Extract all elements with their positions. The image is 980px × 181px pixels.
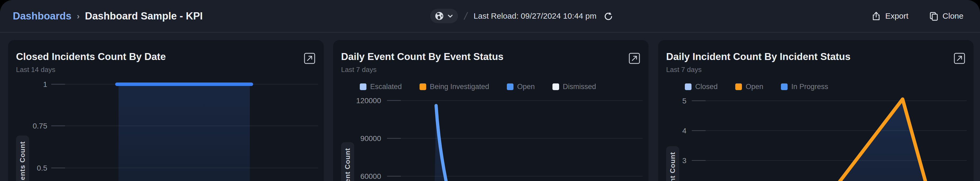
clone-button[interactable]: Clone (929, 11, 964, 21)
clone-icon (929, 11, 939, 21)
export-label: Export (885, 11, 908, 21)
y-axis-label: Closed Incidents Count (16, 135, 29, 181)
panel-timeframe: Last 14 days (16, 65, 55, 74)
breadcrumb: Dashboards › Dashboard Sample - KPI (13, 0, 203, 32)
panel-title: Daily Incident Count By Incident Status (666, 51, 851, 62)
ytick: 5 (682, 97, 686, 105)
legend-item-dismissed[interactable]: Dismissed (552, 83, 596, 91)
legend-item-being-investigated[interactable]: Being Investigated (420, 83, 489, 91)
panel-title: Daily Event Count By Event Status (341, 51, 504, 62)
ytick: 0.75 (33, 122, 48, 130)
legend-swatch (781, 83, 788, 90)
header-divider: / (463, 10, 468, 22)
legend-swatch (552, 83, 559, 90)
series-line-open-events (436, 106, 453, 181)
breadcrumb-dashboards-link[interactable]: Dashboards (13, 10, 72, 22)
header: Dashboards › Dashboard Sample - KPI (0, 0, 980, 33)
panel-daily-event-count: Daily Event Count By Event Status Last 7… (333, 40, 649, 181)
expand-icon[interactable] (304, 52, 316, 65)
legend-swatch (360, 83, 366, 90)
ytick: 0.5 (37, 164, 47, 172)
legend-item-in-progress[interactable]: In Progress (781, 83, 828, 91)
ytick: 120000 (356, 97, 381, 105)
legend-item-open[interactable]: Open (507, 83, 535, 91)
expand-icon[interactable] (953, 52, 966, 65)
export-icon (871, 11, 881, 21)
series-line-open-incidents (818, 99, 934, 181)
ytick: 1 (43, 80, 47, 89)
ytick: 60000 (360, 172, 381, 181)
legend-swatch (735, 83, 742, 90)
timezone-picker-button[interactable] (430, 9, 458, 23)
refresh-icon[interactable] (603, 11, 614, 21)
panel-daily-incident-count: Daily Incident Count By Incident Status … (658, 40, 974, 181)
legend-swatch (420, 83, 426, 90)
ytick: 3 (682, 157, 686, 165)
y-axis-label: Daily Event Count (341, 142, 354, 181)
ytick: 90000 (360, 134, 381, 143)
legend-item-closed[interactable]: Closed (685, 83, 718, 91)
legend-swatch (685, 83, 692, 90)
header-actions: Export Clone (871, 0, 964, 32)
legend: Escalated Being Investigated Open Dismis… (360, 83, 596, 91)
area-fill (434, 106, 453, 181)
page-title: Dashboard Sample - KPI (85, 10, 202, 22)
y-axis-label: Daily Incident Count (666, 146, 679, 181)
area-fill (818, 99, 934, 181)
clone-label: Clone (943, 11, 964, 21)
panel-timeframe: Last 7 days (666, 65, 702, 74)
panel-closed-incidents: Closed Incidents Count By Date Last 14 d… (8, 40, 324, 181)
legend-swatch (507, 83, 514, 90)
last-reload-text: Last Reload: 09/27/2024 10:44 pm (474, 11, 597, 21)
panel-title: Closed Incidents Count By Date (16, 51, 166, 62)
dashboard-app: Dashboards › Dashboard Sample - KPI (0, 0, 980, 181)
legend: Closed Open In Progress (685, 83, 828, 91)
reload-group: / Last Reload: 09/27/2024 10:44 pm (430, 0, 614, 32)
ytick: 4 (682, 127, 686, 135)
breadcrumb-separator: › (77, 11, 80, 21)
area-fill (118, 86, 250, 181)
panel-timeframe: Last 7 days (341, 65, 377, 74)
legend-item-escalated[interactable]: Escalated (360, 83, 402, 91)
legend-item-open[interactable]: Open (735, 83, 763, 91)
chevron-down-icon (447, 13, 454, 19)
export-button[interactable]: Export (871, 11, 908, 21)
expand-icon[interactable] (628, 52, 641, 65)
globe-icon (434, 11, 444, 21)
